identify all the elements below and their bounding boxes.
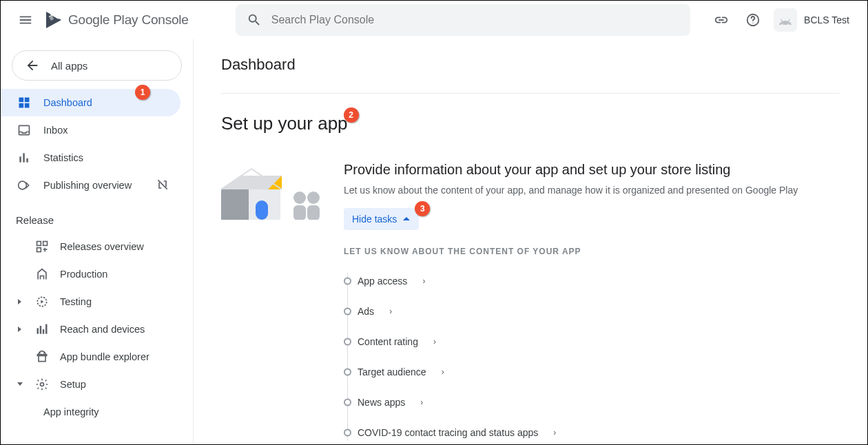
chevron-right-icon: ›: [422, 276, 425, 286]
chevron-right-icon: ›: [389, 307, 392, 316]
search-icon: [247, 12, 262, 28]
svg-rect-9: [19, 156, 21, 162]
svg-point-31: [293, 192, 306, 204]
help-button[interactable]: [739, 6, 767, 34]
header: Google Play Console BCLS Test: [1, 1, 867, 39]
chevron-right-icon: [17, 298, 23, 305]
divider: [221, 93, 840, 94]
chevron-right-icon: ›: [553, 428, 556, 437]
hamburger-icon: [18, 12, 33, 28]
nav-label: Publishing overview: [43, 180, 132, 191]
link-button[interactable]: [707, 6, 735, 34]
svg-rect-6: [19, 103, 24, 108]
nav-label: Testing: [60, 296, 92, 307]
sidebar-item-app-integrity[interactable]: App integrity: [1, 398, 193, 426]
page-title: Dashboard: [221, 56, 840, 74]
callout-badge-3: 3: [415, 201, 430, 216]
sidebar-item-statistics[interactable]: Statistics: [1, 144, 180, 172]
task-app-access[interactable]: App access›: [358, 266, 840, 296]
task-news-apps[interactable]: News apps›: [358, 387, 840, 417]
task-label: Target audience: [358, 366, 426, 377]
brand-logo[interactable]: Google Play Console: [45, 10, 189, 30]
svg-rect-19: [43, 329, 45, 334]
chevron-up-icon: [402, 215, 411, 223]
callout-badge-2: 2: [344, 107, 359, 123]
chevron-right-icon: ›: [433, 337, 436, 346]
sidebar-item-setup[interactable]: Setup: [1, 371, 193, 398]
task-covid[interactable]: COVID-19 contact tracing and status apps…: [358, 417, 840, 444]
menu-button[interactable]: [12, 6, 39, 34]
brand-text: Google Play Console: [68, 12, 189, 28]
chevron-right-icon: [17, 326, 23, 333]
publishing-off-icon: [156, 178, 169, 192]
task-ads[interactable]: Ads›: [358, 296, 840, 327]
task-list: App access› Ads› Content rating› Target …: [344, 266, 840, 444]
android-avatar: [774, 8, 797, 32]
chevron-right-icon: ›: [420, 397, 423, 407]
task-label: Content rating: [358, 336, 418, 347]
svg-point-22: [44, 353, 45, 353]
svg-point-1: [752, 22, 753, 23]
nav-label: Reach and devices: [60, 324, 145, 335]
svg-point-33: [307, 192, 320, 204]
task-label: Ads: [358, 306, 374, 317]
setup-illustration: [221, 162, 324, 220]
sidebar-item-testing[interactable]: Testing: [1, 288, 193, 315]
link-icon: [714, 12, 729, 28]
nav-label: App integrity: [43, 406, 99, 417]
all-apps-button[interactable]: All apps: [12, 50, 182, 81]
android-icon: [778, 15, 793, 25]
svg-rect-5: [25, 98, 30, 103]
task-label: News apps: [358, 397, 405, 408]
statistics-icon: [17, 151, 31, 165]
sidebar-item-dashboard[interactable]: Dashboard 1: [1, 89, 180, 116]
sidebar-item-production[interactable]: Production: [1, 260, 193, 288]
task-content-rating[interactable]: Content rating›: [358, 327, 840, 357]
nav-label: Inbox: [43, 125, 68, 136]
dashboard-icon: [17, 96, 31, 110]
account-chip[interactable]: BCLS Test: [771, 6, 856, 34]
nav-label: Setup: [60, 379, 86, 390]
section-description: Let us know about the content of your ap…: [344, 185, 840, 196]
production-icon: [35, 267, 49, 281]
svg-rect-15: [37, 248, 41, 252]
play-triangle-icon: [45, 10, 63, 30]
svg-rect-7: [25, 103, 30, 108]
section-heading: Provide information about your app and s…: [344, 162, 840, 178]
svg-rect-13: [37, 242, 41, 246]
nav-label: Production: [60, 269, 107, 280]
sidebar-item-releases-overview[interactable]: Releases overview: [1, 233, 193, 260]
search-input[interactable]: [271, 14, 679, 26]
callout-badge-1: 1: [135, 85, 150, 100]
svg-rect-14: [43, 242, 48, 246]
chevron-down-icon: [17, 381, 23, 388]
nav-label: Dashboard: [43, 97, 92, 108]
svg-rect-17: [37, 328, 39, 333]
testing-icon: [35, 295, 49, 309]
nav-label: App bundle explorer: [60, 351, 149, 362]
nav-label: Statistics: [43, 152, 83, 163]
svg-rect-26: [256, 200, 268, 220]
svg-point-21: [39, 353, 40, 353]
devices-icon: [35, 322, 49, 336]
main-content: Dashboard Set up your app 2: [194, 39, 867, 444]
task-target-audience[interactable]: Target audience›: [358, 357, 840, 387]
svg-rect-10: [23, 153, 25, 162]
svg-point-12: [19, 181, 27, 189]
svg-rect-34: [307, 205, 320, 220]
publishing-icon: [17, 178, 31, 192]
search-bar[interactable]: [236, 4, 690, 36]
hide-tasks-label: Hide tasks: [352, 214, 397, 225]
sidebar-item-reach-devices[interactable]: Reach and devices: [1, 315, 193, 343]
hide-tasks-button[interactable]: Hide tasks: [344, 208, 419, 230]
tasks-subheader: LET US KNOW ABOUT THE CONTENT OF YOUR AP…: [344, 247, 840, 256]
sidebar-item-publishing-overview[interactable]: Publishing overview: [1, 172, 180, 199]
sidebar-item-app-bundle[interactable]: App bundle explorer: [1, 343, 193, 371]
svg-rect-18: [40, 326, 42, 334]
sidebar-item-inbox[interactable]: Inbox: [1, 116, 180, 144]
account-name: BCLS Test: [804, 14, 849, 25]
svg-rect-20: [45, 324, 48, 334]
arrow-left-icon: [25, 58, 40, 73]
nav-label: Releases overview: [60, 241, 144, 252]
chevron-right-icon: ›: [442, 367, 444, 377]
